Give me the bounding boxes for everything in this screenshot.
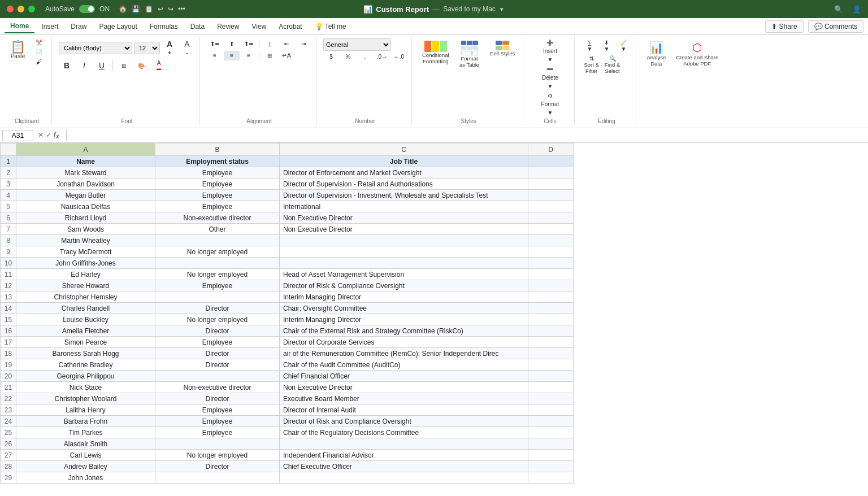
cell-job-title[interactable]: Chair of the External Risk and Strategy … [280,325,528,337]
cell-job-title[interactable] [280,258,528,269]
cell-status[interactable]: No longer employed [155,269,280,280]
cell-d[interactable] [528,337,574,348]
cell-job-title[interactable]: Non Executive Director [280,212,528,224]
tab-data[interactable]: Data [185,20,210,33]
tab-formulas[interactable]: Formulas [144,20,184,33]
cell-status[interactable]: Employee [155,167,280,179]
col-header-C[interactable]: C [280,143,528,156]
cell-status[interactable]: Employee [155,190,280,201]
cell-status[interactable]: Director [155,359,280,371]
cell-status[interactable] [155,472,280,484]
text-orient-button[interactable]: ↕ [262,38,277,49]
cell-job-title[interactable] [280,246,528,258]
align-top-left-button[interactable]: ⬆⬅ [207,38,223,49]
cell-name[interactable]: Sam Woods [16,224,155,235]
cell-status[interactable]: Employee [155,201,280,212]
versions-icon[interactable]: 📋 [145,5,153,13]
cell-status[interactable]: Director [155,348,280,359]
cell-job-title[interactable]: Chair; Oversight Committee [280,303,528,314]
conditional-formatting-button[interactable]: ConditionalFormatting [419,38,453,67]
cell-d[interactable] [528,371,574,382]
cell-job-title[interactable]: Director of Internal Audit [280,404,528,416]
cell-job-title[interactable]: Non Executive Director [280,224,528,235]
cell-status[interactable]: Other [155,224,280,235]
cell-d[interactable] [528,382,574,393]
cell-status[interactable]: No longer employed [155,246,280,258]
cell-name[interactable]: Georgina Philippou [16,371,155,382]
bold-button[interactable]: B [59,60,75,71]
cell-status[interactable]: Non-executive director [155,382,280,393]
clear-button[interactable]: 🧹▼ [615,38,631,53]
cell-name[interactable]: Andrew Bailey [16,461,155,472]
maximize-button[interactable] [28,6,35,12]
cell-status[interactable]: Employee [155,179,280,190]
align-top-right-button[interactable]: ⬆➡ [241,38,257,49]
cell-d[interactable] [528,269,574,280]
cell-job-title[interactable] [280,438,528,450]
delete-cells-button[interactable]: ➖ Delete ▼ [530,65,570,90]
profile-icon[interactable]: 👤 [852,5,861,14]
cell-name[interactable]: Simon Pearce [16,337,155,348]
comma-button[interactable]: , [357,53,373,61]
align-right-button[interactable]: ≡ [241,51,257,60]
cell-d[interactable] [528,427,574,438]
cell-name[interactable]: Charles Randell [16,303,155,314]
cell-d[interactable] [528,201,574,212]
cell-name[interactable]: Sheree Howard [16,280,155,291]
find-select-button[interactable]: 🔍 Find &Select [602,54,622,75]
decimal-increase-button[interactable]: .0→ [374,53,390,61]
cell-d[interactable] [528,224,574,235]
cell-name[interactable]: Louise Buckley [16,314,155,325]
cell-status[interactable]: Employee [155,404,280,416]
cell-d[interactable] [528,167,574,179]
indent-increase-button[interactable]: ⇥ [296,38,311,49]
cell-name[interactable]: Mark Steward [16,167,155,179]
minimize-button[interactable] [18,6,24,12]
search-icon[interactable]: 🔍 [834,5,843,14]
cell-name[interactable]: Barbara Frohn [16,416,155,427]
currency-button[interactable]: $ [323,53,339,61]
cell-name[interactable]: Tim Parkes [16,427,155,438]
chevron-down-icon[interactable]: ▼ [499,6,505,12]
cell-job-title[interactable]: Interim Managing Director [280,291,528,303]
col-header-D[interactable]: D [528,143,574,156]
cell-d[interactable] [528,359,574,371]
header-status[interactable]: Employment status [155,156,280,167]
format-painter-button[interactable]: 🖌 [31,58,47,66]
cell-name[interactable]: John Griffiths-Jones [16,258,155,269]
cell-status[interactable]: Director [155,461,280,472]
cell-status[interactable]: Director [155,325,280,337]
cell-status[interactable] [155,291,280,303]
undo-icon[interactable]: ↩ [158,5,163,13]
cell-d[interactable] [528,416,574,427]
align-center-button[interactable]: ≡ [224,51,240,60]
insert-function-icon[interactable]: fx [54,130,59,140]
underline-button[interactable]: U [94,60,110,71]
analyse-data-button[interactable]: 📊 AnalyseData [643,38,669,69]
more-icon[interactable]: ••• [178,5,185,13]
cell-status[interactable]: Director [155,393,280,404]
cell-name[interactable]: Martin Wheatley [16,235,155,246]
close-button[interactable] [7,6,14,12]
cell-status[interactable] [155,258,280,269]
fill-button[interactable]: ⬇▼ [598,38,614,53]
cell-job-title[interactable]: Director of Risk and Compliance Oversigh… [280,416,528,427]
cell-d[interactable] [528,303,574,314]
cell-name[interactable]: Baroness Sarah Hogg [16,348,155,359]
sum-button[interactable]: ∑▼ [581,38,597,53]
cell-job-title[interactable]: Chair of the Regulatory Decisions Commit… [280,427,528,438]
formula-input[interactable] [71,130,866,141]
cell-job-title[interactable]: Director of Supervision - Retail and Aut… [280,179,528,190]
cell-name[interactable]: Carl Lewis [16,450,155,461]
cell-job-title[interactable]: air of the Remuneration Committee (RemCo… [280,348,528,359]
cell-name[interactable]: Jonathan Davidson [16,179,155,190]
cell-job-title[interactable]: Chief Executive Officer [280,461,528,472]
cell-d[interactable] [528,280,574,291]
format-as-table-button[interactable]: Formatas Table [455,38,484,71]
cell-status[interactable]: No longer employed [155,450,280,461]
copy-button[interactable]: 📄 [31,48,47,56]
cell-name[interactable]: Tracy McDermott [16,246,155,258]
confirm-formula-icon[interactable]: ✓ [46,131,51,139]
cell-job-title[interactable]: Chief Financial Officer [280,371,528,382]
col-header-A[interactable]: A [16,143,155,156]
